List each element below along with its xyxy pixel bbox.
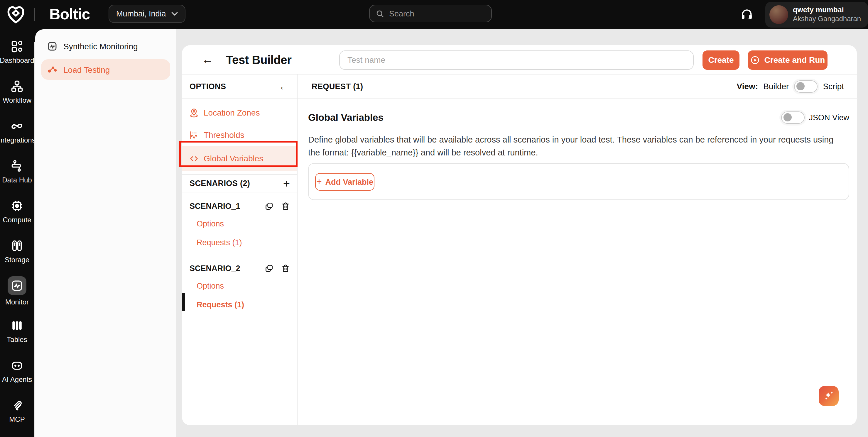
avatar	[769, 5, 788, 24]
view-toggle[interactable]	[794, 80, 817, 92]
chevron-down-icon	[172, 12, 178, 16]
sidebar-item-integrations[interactable]: Integrations	[0, 111, 34, 152]
request-title: REQUEST (1)	[312, 82, 363, 91]
plus-icon: +	[316, 176, 322, 187]
builder-label: Builder	[763, 81, 789, 91]
scenario2-options-link[interactable]: Options	[182, 276, 297, 295]
thresholds-chart-icon	[189, 130, 199, 140]
global-search[interactable]	[369, 5, 492, 22]
mcp-icon	[10, 398, 24, 412]
test-builder-card: ← Test Builder Create Create and Run OPT…	[182, 45, 857, 425]
integrations-icon	[10, 119, 24, 133]
json-view-toggle[interactable]	[781, 111, 805, 124]
sidebar-item-tables[interactable]: Tables	[0, 311, 34, 351]
secondary-sidebar: Synthetic Monitoring Load Testing	[35, 29, 176, 437]
user-name: Akshay Gangadharan	[793, 15, 861, 24]
scenario-row[interactable]: SCENARIO_1	[182, 198, 297, 214]
add-variable-button[interactable]: + Add Variable	[315, 173, 374, 191]
primary-sidebar: Dashboard Workflow Integrations Data Hub…	[0, 29, 34, 437]
add-scenario-icon[interactable]: +	[283, 177, 290, 189]
sidebar-item-data-hub[interactable]: Data Hub	[0, 152, 34, 191]
options-panel: OPTIONS ← Location Zones Thresholds Glob…	[182, 74, 298, 425]
active-indicator-bar	[182, 293, 185, 311]
topbar: Boltic Mumbai, India qwety mumbai Akshay…	[0, 0, 868, 29]
scenario1-options-link[interactable]: Options	[182, 214, 297, 233]
global-variables-section: Global Variables JSON View Define global…	[298, 99, 858, 200]
back-arrow-icon[interactable]: ←	[202, 45, 213, 74]
sidebar-item-workflow[interactable]: Workflow	[0, 72, 34, 111]
synthetic-monitoring-icon	[47, 41, 58, 52]
sidebar-item-dashboard[interactable]: Dashboard	[0, 32, 34, 72]
options-title: OPTIONS	[190, 82, 226, 91]
option-location-zones[interactable]: Location Zones	[182, 101, 297, 124]
code-brackets-icon	[189, 154, 199, 163]
scenario-row[interactable]: SCENARIO_2	[182, 260, 297, 276]
compute-icon	[10, 199, 24, 213]
scenarios-title: SCENARIOS (2)	[190, 179, 250, 188]
search-icon	[376, 9, 384, 18]
user-menu[interactable]: qwety mumbai Akshay Gangadharan	[765, 2, 868, 28]
search-input[interactable]	[389, 9, 471, 18]
create-button[interactable]: Create	[703, 50, 740, 69]
boltic-logo-icon[interactable]	[5, 3, 26, 25]
region-label: Mumbai, India	[116, 9, 166, 18]
copy-scenario-icon[interactable]	[265, 264, 274, 272]
global-variables-title: Global Variables	[308, 112, 383, 123]
delete-scenario-icon[interactable]	[281, 264, 290, 272]
app-root: Boltic Mumbai, India qwety mumbai Akshay…	[0, 0, 868, 437]
json-view-label: JSON View	[809, 113, 849, 122]
global-variables-description: Define global variables that will be ava…	[308, 134, 846, 159]
region-selector[interactable]: Mumbai, India	[108, 5, 185, 23]
variables-container: + Add Variable	[308, 163, 849, 200]
sidebar-item-ai-agents[interactable]: AI Agents	[0, 351, 34, 391]
ai-assistant-button[interactable]	[819, 386, 839, 406]
headphones-icon[interactable]	[740, 8, 753, 21]
sidebar-item-mcp[interactable]: MCP	[0, 391, 34, 431]
script-label: Script	[823, 81, 844, 91]
brand-wordmark: Boltic	[49, 5, 90, 24]
data-hub-icon	[10, 159, 24, 173]
sidebar-item-monitor[interactable]: Monitor	[0, 271, 34, 311]
load-testing-icon	[47, 64, 58, 75]
sidebar-item-compute[interactable]: Compute	[0, 191, 34, 231]
play-circle-icon	[750, 55, 760, 65]
delete-scenario-icon[interactable]	[281, 201, 290, 210]
topbar-divider	[34, 8, 35, 21]
monitor-icon	[8, 276, 26, 295]
scenario1-requests-link[interactable]: Requests (1)	[182, 233, 297, 251]
sparkle-icon	[822, 390, 835, 402]
toggle-knob	[796, 82, 804, 90]
copy-scenario-icon[interactable]	[265, 201, 274, 210]
workflow-icon	[10, 79, 24, 93]
page-title: Test Builder	[226, 45, 291, 74]
view-label: View:	[737, 81, 758, 91]
test-name-input[interactable]	[339, 50, 694, 69]
sidebar-item-storage[interactable]: Storage	[0, 231, 34, 271]
storage-icon	[10, 238, 24, 253]
toggle-knob	[783, 113, 792, 122]
collapse-panel-icon[interactable]: ←	[279, 80, 289, 92]
tables-icon	[10, 318, 24, 332]
dashboard-icon	[10, 39, 24, 53]
request-content: REQUEST (1) View: Builder Script Global …	[298, 74, 858, 425]
location-pin-icon	[189, 108, 199, 117]
scenario2-requests-link[interactable]: Requests (1)	[182, 295, 297, 314]
create-and-run-button[interactable]: Create and Run	[748, 50, 828, 69]
option-thresholds[interactable]: Thresholds	[182, 124, 297, 146]
user-org: qwety mumbai	[793, 6, 861, 15]
test-builder-header: ← Test Builder Create Create and Run	[182, 45, 857, 74]
nav-item-load-testing[interactable]: Load Testing	[41, 59, 170, 80]
ai-agents-icon	[10, 358, 24, 372]
option-global-variables[interactable]: Global Variables	[182, 146, 297, 171]
nav-item-synthetic-monitoring[interactable]: Synthetic Monitoring	[41, 37, 170, 56]
